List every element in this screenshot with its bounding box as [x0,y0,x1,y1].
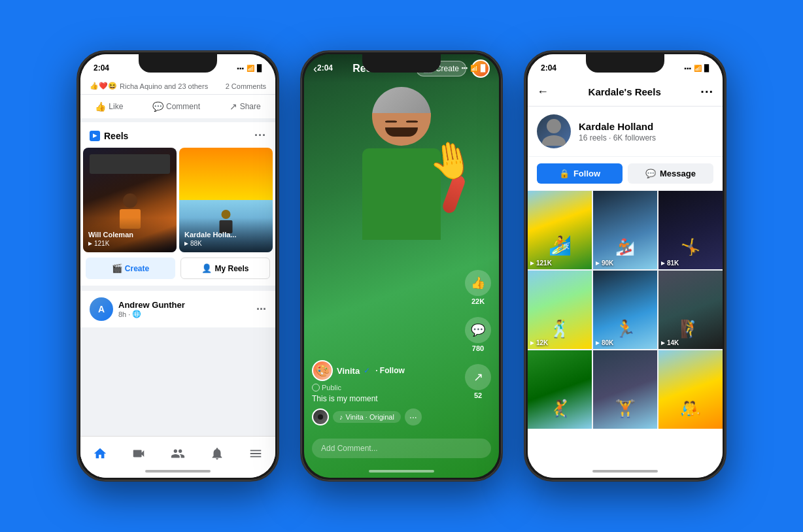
reels-user-avatar[interactable]: 🎨 [312,360,333,381]
reels-caption: This is my moment [312,394,460,403]
post-item: A Andrew Gunther 8h · 🌐 ··· [80,291,275,327]
profile-reel-9[interactable]: 🤼 [658,350,723,429]
post-author: Andrew Gunther [118,300,185,310]
reels-title: ▶ Reels [90,131,128,141]
reel-views-4: 12K [530,339,548,346]
my-reels-icon: 👤 [201,263,212,273]
profile-reels-grid: 🏄 121K 🏂 90K [528,191,723,429]
comment-icon: 💬 [152,101,163,112]
profile-reel-1[interactable]: 🏄 121K [528,191,592,269]
profile-more-button[interactable]: ··· [700,84,713,99]
profile-reel-2[interactable]: 🏂 90K [593,191,657,269]
profile-reel-7[interactable]: 🤾 [528,350,592,429]
nav-groups[interactable] [166,442,190,465]
like-count: 22K [471,297,485,305]
status-icons-3: ▪▪▪ 📶 ▉ [684,65,709,72]
follow-link[interactable]: · Follow [375,366,405,375]
my-reels-button[interactable]: 👤 My Reels [180,258,270,279]
profile-back-button[interactable]: ← [537,85,549,99]
nav-menu[interactable] [244,442,267,465]
battery-icon-2: ▉ [481,65,486,72]
reel-views-6: 14K [661,339,679,346]
music-more-button[interactable]: ··· [405,408,422,425]
profile-reel-3[interactable]: 🤸 81K [658,191,723,269]
reels-username: Vinita [337,366,360,376]
status-icons-1: ▪▪▪ 📶 ▉ [237,65,262,72]
profile-reel-4[interactable]: 🕺 12K [528,271,592,349]
profile-reel-6[interactable]: 🧗 14K [658,271,723,349]
reel-card-2[interactable]: Kardale Holla... 88K [179,148,273,252]
reels-music-row: ♪ Vinita · Original ··· [312,408,460,425]
phone-2-reel-player: 🤚 2:04 ▪▪▪ 📶 ▉ ‹ Reels 📷 Create [300,50,503,482]
like-action-icon: 👍 [465,270,491,296]
reel-2-overlay: Kardale Holla... 88K [179,218,273,252]
post-dot: · [128,310,130,318]
reactions-text: Richa Aquino and 23 others [120,82,208,90]
profile-action-buttons: 🔒 Follow 💬 Message [528,157,723,191]
home-indicator-2 [369,470,434,473]
comment-count: 780 [472,344,484,352]
reel-1-name: Will Coleman [88,231,171,239]
comments-count: 2 Comments [226,82,266,90]
home-indicator-1 [145,470,211,473]
profile-info: Kardale Holland 16 reels · 6K followers [528,107,723,157]
nav-home[interactable] [88,442,112,465]
privacy-label: Public [322,384,341,391]
share-action-icon: ↗ [465,364,491,390]
status-icons-2: ▪▪▪ 📶 ▉ [461,65,486,72]
follow-label: Follow [573,169,600,178]
music-note-icon: ♪ [339,413,343,421]
svg-point-0 [547,119,561,133]
reactions-bar: 👍❤️😆 Richa Aquino and 23 others 2 Commen… [80,78,275,95]
profile-reel-5[interactable]: 🏃 80K [593,271,657,349]
reels-user-row: 🎨 Vinita ✓ · Follow [312,360,460,381]
share-label: Share [240,102,261,111]
post-more-icon[interactable]: ··· [256,303,266,316]
reel-card-1[interactable]: Will Coleman 121K [83,148,177,252]
profile-avatar [537,114,571,148]
notch-1 [139,54,217,73]
reel-1-overlay: Will Coleman 121K [83,218,177,252]
action-buttons: 👍 Like 💬 Comment ↗ Share [80,95,275,122]
like-button[interactable]: 👍 Like [90,97,128,116]
messenger-icon: 💬 [645,169,656,178]
comment-button[interactable]: 💬 Comment [147,97,205,116]
reels-public: Public [312,384,460,391]
reel-views-5: 80K [596,339,613,346]
share-button[interactable]: ↗ Share [224,97,266,116]
like-action[interactable]: 👍 22K [465,270,491,305]
phone-3-profile-reels: 2:04 ▪▪▪ 📶 ▉ ← Kardale's Reels ··· [524,50,726,482]
reels-bottom-info: 🎨 Vinita ✓ · Follow Public This is my mo… [312,360,460,425]
like-label: Like [109,102,123,111]
follow-icon: 🔒 [559,169,570,178]
post-meta: 8h · 🌐 [118,310,185,318]
post-left: A Andrew Gunther 8h · 🌐 [90,297,185,321]
post-privacy-icon: 🌐 [132,310,141,318]
create-button[interactable]: 🎬 Create [86,258,175,279]
wifi-icon: 📶 [247,65,254,72]
comment-label: Comment [166,102,200,111]
share-action[interactable]: ↗ 52 [465,364,491,399]
reels-header: ▶ Reels ··· [80,122,275,148]
verified-icon: ✓ [364,366,370,375]
phone-1-feed: 2:04 ▪▪▪ 📶 ▉ 👍❤️😆 Richa Aquino and 23 ot… [77,50,279,482]
comment-bar[interactable]: Add Comment... [312,439,491,458]
follow-button[interactable]: 🔒 Follow [537,163,623,184]
nav-notifications[interactable] [205,442,229,465]
comment-action-icon: 💬 [465,317,491,343]
music-text: Vinita · Original [346,413,394,421]
reel-views-1: 121K [530,259,552,267]
time-2: 2:04 [317,63,333,73]
music-disc-inner [318,414,323,420]
post-avatar: A [90,297,113,321]
reels-label: Reels [104,131,128,141]
profile-reel-8[interactable]: 🏋️ [593,350,657,429]
reactions-left: 👍❤️😆 Richa Aquino and 23 others [90,82,208,90]
music-label[interactable]: ♪ Vinita · Original [333,411,401,423]
reels-more-icon[interactable]: ··· [254,129,266,142]
message-button[interactable]: 💬 Message [628,163,713,184]
message-label: Message [660,169,696,178]
comment-action[interactable]: 💬 780 [465,317,491,352]
nav-video[interactable] [127,442,150,465]
reel-views-3: 81K [661,259,679,267]
